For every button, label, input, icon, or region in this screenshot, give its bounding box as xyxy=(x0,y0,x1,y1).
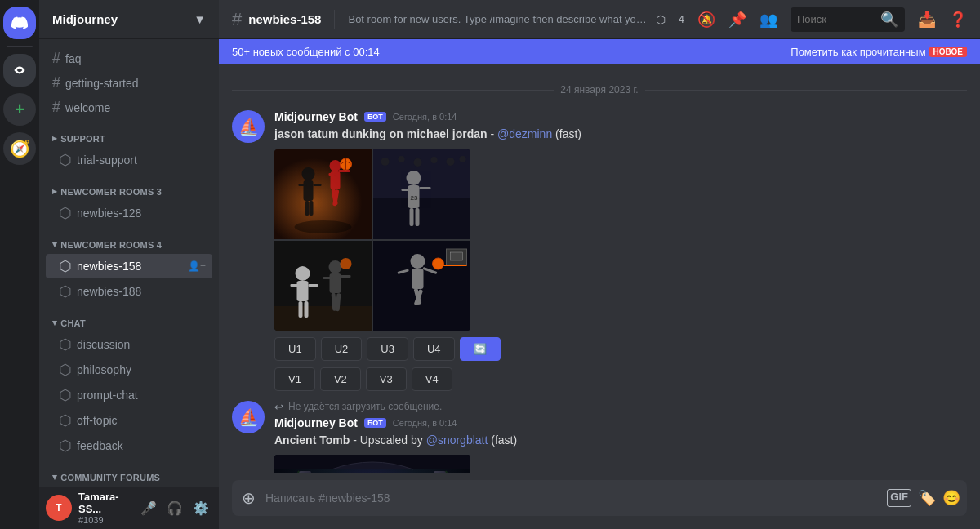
message-input[interactable] xyxy=(265,483,880,513)
members-icon[interactable]: 👥 xyxy=(760,11,777,29)
category-newcomer4[interactable]: ▾ NEWCOMER ROOMS 4 xyxy=(39,226,219,253)
deafen-button[interactable]: 🎧 xyxy=(163,497,186,519)
header-divider xyxy=(334,10,335,29)
channel-item-newbies-188[interactable]: ⬡ newbies-188 xyxy=(46,279,212,304)
mark-read-button[interactable]: Пометить как прочитанным НОВОЕ xyxy=(791,46,967,58)
date-label: 24 января 2023 г. xyxy=(560,84,638,96)
channel-item-discussion[interactable]: ⬡ discussion xyxy=(46,332,212,357)
u2-button[interactable]: U2 xyxy=(321,337,363,361)
bot-avatar-1: ⛵ xyxy=(232,110,265,143)
channel-item-off-topic[interactable]: ⬡ off-topic xyxy=(46,408,212,433)
gif-button[interactable]: GIF xyxy=(887,489,911,507)
emoji-button[interactable]: 😊 xyxy=(942,489,960,507)
sticker-button[interactable]: 🏷️ xyxy=(918,489,936,507)
message-input-box: ⊕ GIF 🏷️ 😊 xyxy=(232,480,967,516)
channel-item-feedback[interactable]: ⬡ feedback xyxy=(46,433,212,458)
message-author-2: Midjourney Bot xyxy=(274,416,358,429)
category-newcomer3[interactable]: ▸ NEWCOMER ROOMS 3 xyxy=(39,173,219,200)
help-icon[interactable]: ❓ xyxy=(949,11,967,29)
discord-home-icon[interactable] xyxy=(3,7,36,39)
svg-point-20 xyxy=(431,157,438,163)
channel-item-newbies-128[interactable]: ⬡ newbies-128 xyxy=(46,201,212,225)
inbox-icon[interactable]: 📥 xyxy=(918,11,936,29)
svg-rect-41 xyxy=(341,275,351,278)
add-member-icon: 👤+ xyxy=(188,260,206,272)
channel-list: # faq # getting-started # welcome ▸ SUPP… xyxy=(39,39,219,487)
search-bar[interactable]: 🔍 xyxy=(791,7,905,32)
bell-slash-icon[interactable]: 🔕 xyxy=(697,11,715,29)
ancient-tomb-image xyxy=(274,455,470,473)
svg-rect-57 xyxy=(299,471,311,473)
add-attachment-button[interactable]: ⊕ xyxy=(238,480,259,516)
channel-name: off-topic xyxy=(77,414,206,427)
channel-item-philosophy[interactable]: ⬡ philosophy xyxy=(46,358,212,382)
message-text-2: Ancient Tomb - Upscaled by @snorgblatt (… xyxy=(274,433,967,449)
u1-button[interactable]: U1 xyxy=(274,337,316,361)
channel-name: feedback xyxy=(77,439,206,452)
category-community[interactable]: ▾ COMMUNITY FORUMS xyxy=(39,459,219,486)
svg-rect-26 xyxy=(420,187,431,189)
channel-name: newbies-128 xyxy=(77,207,206,220)
svg-rect-6 xyxy=(305,201,310,216)
svg-rect-60 xyxy=(434,471,446,473)
mention-1: @dezminn xyxy=(497,127,552,140)
v1-button[interactable]: V1 xyxy=(274,367,315,391)
search-input[interactable] xyxy=(797,13,877,25)
server-sidebar: + 🧭 xyxy=(0,0,39,529)
settings-button[interactable]: ⚙️ xyxy=(189,497,212,519)
message-ancient-tomb: ⛵ ↩ Не удаётся загрузить сообщение. Midj… xyxy=(232,399,967,473)
channel-name: discussion xyxy=(77,338,206,351)
basketball-image-1 xyxy=(274,149,372,239)
svg-rect-50 xyxy=(412,269,424,289)
u4-button[interactable]: U4 xyxy=(413,337,455,361)
expand-arrow: ▾ xyxy=(52,239,57,250)
midjourney-server-icon[interactable] xyxy=(3,54,36,87)
category-chat[interactable]: ▾ CHAT xyxy=(39,305,219,331)
v4-button[interactable]: V4 xyxy=(412,367,452,391)
message-time-2: Сегодня, в 0:14 xyxy=(393,418,457,428)
add-server-button[interactable]: + xyxy=(3,93,36,126)
v3-button[interactable]: V3 xyxy=(366,367,407,391)
svg-rect-7 xyxy=(310,201,314,216)
svg-rect-5 xyxy=(314,184,322,186)
channel-item-getting-started[interactable]: # getting-started xyxy=(46,71,212,95)
server-name: Midjourney xyxy=(52,12,118,26)
message-input-area: ⊕ GIF 🏷️ 😊 xyxy=(219,473,980,529)
pin-icon[interactable]: 📌 xyxy=(728,11,746,29)
hash-icon: ⬡ xyxy=(59,411,72,429)
channel-name: getting-started xyxy=(65,77,206,90)
channel-item-newbies-158[interactable]: ⬡ newbies-158 👤+ xyxy=(46,254,212,278)
user-controls: 🎤 🎧 ⚙️ xyxy=(137,497,212,519)
expand-arrow: ▸ xyxy=(52,186,57,197)
channel-header: # newbies-158 Bot room for new users. Ty… xyxy=(219,0,980,39)
svg-point-55 xyxy=(433,258,444,269)
hash-icon: # xyxy=(52,50,60,67)
reply-text: Не удаётся загрузить сообщение. xyxy=(288,401,442,412)
u3-button[interactable]: U3 xyxy=(367,337,408,361)
refresh-button[interactable]: 🔄 xyxy=(460,337,501,361)
date-divider: 24 января 2023 г. xyxy=(232,84,967,96)
v2-button[interactable]: V2 xyxy=(320,367,361,391)
svg-rect-28 xyxy=(416,208,420,226)
hash-icon: ⬡ xyxy=(59,386,72,404)
channel-name: philosophy xyxy=(77,363,206,376)
channel-name: newbies-188 xyxy=(77,285,206,298)
username: Tamara-SS... xyxy=(78,491,131,515)
mute-button[interactable]: 🎤 xyxy=(137,497,160,519)
category-support[interactable]: ▸ SUPPORT xyxy=(39,120,219,147)
input-icons: GIF 🏷️ 😊 xyxy=(887,489,960,507)
channel-name: welcome xyxy=(65,101,206,114)
channel-item-welcome[interactable]: # welcome xyxy=(46,96,212,119)
channel-item-trial-support[interactable]: ⬡ trial-support xyxy=(46,148,212,172)
search-icon: 🔍 xyxy=(880,11,898,29)
svg-rect-36 xyxy=(299,301,303,318)
explore-servers-button[interactable]: 🧭 xyxy=(3,132,36,165)
channel-name: trial-support xyxy=(77,153,206,167)
channel-item-prompt-chat[interactable]: ⬡ prompt-chat xyxy=(46,383,212,407)
hash-icon: ⬡ xyxy=(59,204,72,222)
channel-item-faq[interactable]: # faq xyxy=(46,47,212,70)
server-header[interactable]: Midjourney ▼ xyxy=(39,0,219,39)
basketball-image-4 xyxy=(373,241,470,331)
svg-point-19 xyxy=(414,158,422,167)
spinning-icon: 🔄 xyxy=(474,343,487,355)
